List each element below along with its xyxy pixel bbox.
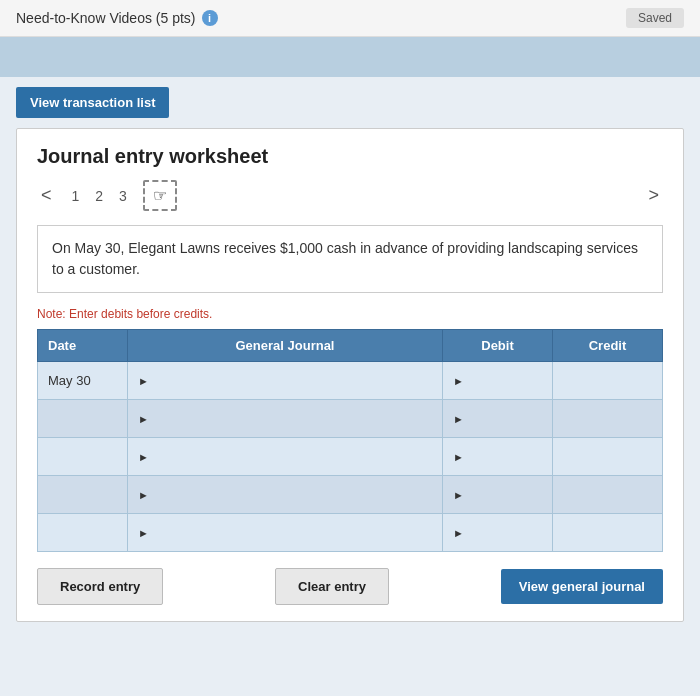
table-row: May 30 ► ► xyxy=(38,362,663,400)
table-row: ► ► xyxy=(38,438,663,476)
cell-credit-5[interactable] xyxy=(553,514,663,552)
title-text: Need-to-Know Videos (5 pts) xyxy=(16,10,196,26)
nav-row: < 1 2 3 ☞ > xyxy=(37,180,663,211)
table-row: ► ► xyxy=(38,476,663,514)
cell-debit-4[interactable]: ► xyxy=(443,476,553,514)
cell-credit-4[interactable] xyxy=(553,476,663,514)
blue-stripe xyxy=(0,37,700,77)
journal-table: Date General Journal Debit Credit May 30… xyxy=(37,329,663,552)
nav-item-4-active[interactable]: ☞ xyxy=(143,180,177,211)
saved-badge: Saved xyxy=(626,8,684,28)
main-content: Journal entry worksheet < 1 2 3 ☞ > On M… xyxy=(16,128,684,622)
table-header-row: Date General Journal Debit Credit xyxy=(38,330,663,362)
header-date: Date xyxy=(38,330,128,362)
worksheet-title: Journal entry worksheet xyxy=(37,145,663,168)
cell-date-4 xyxy=(38,476,128,514)
view-transaction-button[interactable]: View transaction list xyxy=(16,87,169,118)
cell-journal-2[interactable]: ► xyxy=(128,400,443,438)
cell-date-5 xyxy=(38,514,128,552)
cell-debit-3[interactable]: ► xyxy=(443,438,553,476)
page-title: Need-to-Know Videos (5 pts) i xyxy=(16,10,218,26)
clear-entry-button[interactable]: Clear entry xyxy=(275,568,389,605)
table-row: ► ► xyxy=(38,514,663,552)
bottom-row: Record entry Clear entry View general jo… xyxy=(37,568,663,605)
nav-next-arrow[interactable]: > xyxy=(644,185,663,206)
cell-date-2 xyxy=(38,400,128,438)
header-general-journal: General Journal xyxy=(128,330,443,362)
nav-item-1[interactable]: 1 xyxy=(72,188,80,204)
header-credit: Credit xyxy=(553,330,663,362)
hand-icon: ☞ xyxy=(153,186,167,205)
description-text: On May 30, Elegant Lawns receives $1,000… xyxy=(52,240,638,277)
cell-credit-3[interactable] xyxy=(553,438,663,476)
nav-prev-arrow[interactable]: < xyxy=(37,185,56,206)
nav-item-3[interactable]: 3 xyxy=(119,188,127,204)
cell-debit-5[interactable]: ► xyxy=(443,514,553,552)
cell-debit-2[interactable]: ► xyxy=(443,400,553,438)
cell-credit-2[interactable] xyxy=(553,400,663,438)
table-row: ► ► xyxy=(38,400,663,438)
view-general-journal-button[interactable]: View general journal xyxy=(501,569,663,604)
cell-debit-1[interactable]: ► xyxy=(443,362,553,400)
cell-date-1: May 30 xyxy=(38,362,128,400)
cell-date-3 xyxy=(38,438,128,476)
header-debit: Debit xyxy=(443,330,553,362)
description-box: On May 30, Elegant Lawns receives $1,000… xyxy=(37,225,663,293)
record-entry-button[interactable]: Record entry xyxy=(37,568,163,605)
cell-journal-4[interactable]: ► xyxy=(128,476,443,514)
cell-credit-1[interactable] xyxy=(553,362,663,400)
cell-journal-3[interactable]: ► xyxy=(128,438,443,476)
cell-journal-1[interactable]: ► xyxy=(128,362,443,400)
top-bar: Need-to-Know Videos (5 pts) i Saved xyxy=(0,0,700,37)
info-icon[interactable]: i xyxy=(202,10,218,26)
nav-item-2[interactable]: 2 xyxy=(95,188,103,204)
note-text: Note: Enter debits before credits. xyxy=(37,307,663,321)
cell-journal-5[interactable]: ► xyxy=(128,514,443,552)
